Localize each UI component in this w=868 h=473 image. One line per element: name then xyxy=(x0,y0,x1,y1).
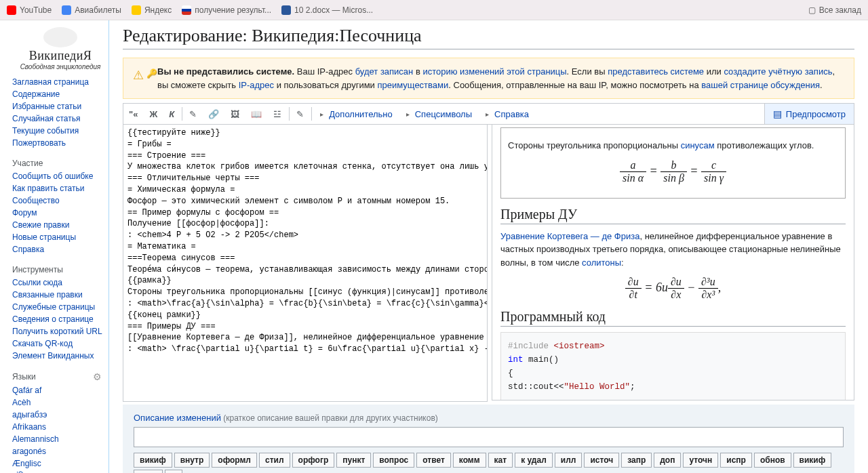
heading-de: Примеры ДУ xyxy=(500,207,846,224)
signature-button[interactable]: ✎ xyxy=(184,104,203,124)
summary-tag-button[interactable]: пункт xyxy=(336,453,371,468)
all-bookmarks[interactable]: ▢Все заклад xyxy=(808,5,861,15)
nav-qr[interactable]: Скачать QR-код xyxy=(12,339,73,348)
nav-related[interactable]: Связанные правки xyxy=(12,290,83,300)
link-button[interactable]: 🔗 xyxy=(203,104,225,124)
link-login[interactable]: представитесь системе xyxy=(608,66,704,77)
nav-special[interactable]: Служебные страницы xyxy=(12,302,95,312)
heading-code: Программный код xyxy=(500,309,846,327)
summary-tag-button[interactable]: запр xyxy=(621,453,652,468)
editor-toolbar: "« Ж К ✎ 🔗 🖼 📖 ☳ ✎ Дополнительно Спецсим… xyxy=(123,103,854,125)
nav-community[interactable]: Сообщество xyxy=(12,196,60,205)
bookmark-yandex[interactable]: Яндекс xyxy=(132,5,172,15)
summary-tag-button[interactable]: ответ xyxy=(416,453,451,468)
nav-recent[interactable]: Свежие правки xyxy=(12,220,69,230)
summary-tag-button[interactable]: илл xyxy=(555,453,583,468)
lang-item[interactable]: aragonés xyxy=(12,447,46,456)
summary-tag-button[interactable]: вопрос xyxy=(373,453,414,468)
link-solitons[interactable]: солитоны xyxy=(582,258,621,268)
nav-tools-heading: Инструменты xyxy=(12,261,108,276)
edit-button[interactable]: ✎ xyxy=(291,104,310,124)
preview-button[interactable]: Предпросмотр xyxy=(764,104,854,124)
summary-tag-button[interactable]: итог xyxy=(134,470,163,473)
nav-shorturl[interactable]: Получить короткий URL xyxy=(12,327,102,336)
sine-formula: asin α = bsin β = csin γ xyxy=(508,159,838,184)
lang-item[interactable]: Ænglisc xyxy=(12,459,41,468)
nav-current[interactable]: Текущие события xyxy=(12,126,79,136)
link-history[interactable]: историю изменений этой страницы xyxy=(422,66,566,77)
summary-tag-button[interactable]: викиф xyxy=(793,453,832,468)
bold-button[interactable]: Ж xyxy=(144,104,163,124)
nav-wikidata[interactable]: Элемент Викиданных xyxy=(12,351,94,361)
lang-item[interactable]: Qafár af xyxy=(12,386,41,395)
summary-tag-button[interactable]: доп xyxy=(654,453,681,468)
nav-featured[interactable]: Избранные статьи xyxy=(12,102,81,111)
summary-tag-button[interactable]: обнов xyxy=(754,453,791,468)
bookmarks-bar: YouTube Авиабилеты Яндекс получение резу… xyxy=(0,0,868,20)
nav-whatlinks[interactable]: Ссылки сюда xyxy=(12,278,62,287)
summary-tag-button[interactable]: к удал xyxy=(515,453,553,468)
image-button[interactable]: 🖼 xyxy=(225,104,245,124)
help-dropdown[interactable]: Справка xyxy=(479,109,536,119)
bookmark-docx[interactable]: 10 2.docx — Micros... xyxy=(281,5,373,15)
advanced-dropdown[interactable]: Дополнительно xyxy=(313,109,399,119)
summary-tag-button[interactable]: уточн xyxy=(683,453,718,468)
link-signup[interactable]: создадите учётную запись xyxy=(724,66,832,77)
lang-item[interactable]: адыгабзэ xyxy=(12,410,47,419)
summary-tag-button[interactable]: стил xyxy=(259,453,290,468)
link-sinus[interactable]: синусам xyxy=(681,140,715,150)
summary-tags: викифвнутроформлстилорфогрпунктвопросотв… xyxy=(134,453,844,473)
summary-label-link[interactable]: Описание изменений xyxy=(134,413,221,423)
summary-input[interactable] xyxy=(134,427,844,447)
link-recorded[interactable]: будет записан xyxy=(355,66,414,77)
reference-button[interactable]: 📖 xyxy=(245,104,268,124)
yandex-icon xyxy=(132,5,141,15)
nav-forum[interactable]: Форум xyxy=(12,208,37,218)
summary-tag-button[interactable]: источ xyxy=(584,453,619,468)
nav-newpages[interactable]: Новые страницы xyxy=(12,232,76,242)
word-icon xyxy=(281,5,291,15)
italic-button[interactable]: К xyxy=(163,104,180,124)
collapse-button[interactable]: "« xyxy=(123,104,144,124)
nav-contents[interactable]: Содержание xyxy=(12,89,60,99)
nav-main: Заглавная страница Содержание Избранные … xyxy=(12,76,108,149)
link-ip[interactable]: IP-адрес xyxy=(239,80,274,90)
gear-icon[interactable]: ⚙ xyxy=(93,371,102,382)
nav-help[interactable]: Справка xyxy=(12,245,44,254)
code-block: #include <iostream> int main() { std::co… xyxy=(500,332,846,400)
bookmark-youtube[interactable]: YouTube xyxy=(7,5,52,15)
lang-item[interactable]: Alemannisch xyxy=(12,434,59,444)
nav-main-page[interactable]: Заглавная страница xyxy=(12,77,89,87)
specialchars-dropdown[interactable]: Спецсимволы xyxy=(399,109,479,119)
summary-tag-button[interactable]: внутр xyxy=(174,453,210,468)
bookmark-result[interactable]: получение результ... xyxy=(182,5,271,15)
nav-howto[interactable]: Как править статьи xyxy=(12,184,84,193)
folder-icon: ▢ xyxy=(808,5,816,15)
summary-tag-button[interactable]: кат xyxy=(488,453,513,468)
globe-icon xyxy=(43,27,77,47)
key-icon: 🔑 xyxy=(146,67,157,81)
bookmark-aviabilety[interactable]: Авиабилеты xyxy=(62,5,121,15)
nav-report[interactable]: Сообщить об ошибке xyxy=(12,171,93,181)
summary-tag-button[interactable]: испр xyxy=(720,453,752,468)
plane-icon xyxy=(62,5,71,15)
nav-pageinfo[interactable]: Сведения о странице xyxy=(12,314,94,324)
summary-tag-button[interactable]: оформл xyxy=(212,453,257,468)
wikitext-textarea[interactable] xyxy=(123,125,487,399)
wikipedia-logo[interactable]: ВикипедиЯ Свободная энциклопедия xyxy=(12,27,108,70)
link-kdv[interactable]: Уравнение Кортевега — де Фриза xyxy=(500,231,639,241)
template-button[interactable]: ☳ xyxy=(268,104,288,124)
summary-tag-button[interactable]: орфогр xyxy=(292,453,335,468)
link-talkpage[interactable]: вашей странице обсуждения xyxy=(701,80,820,90)
kdv-formula: ∂u∂t = 6u∂u∂x − ∂³u∂x³, xyxy=(500,276,846,301)
summary-tag-button[interactable]: викиф xyxy=(134,453,172,468)
summary-tag-button[interactable]: ? xyxy=(165,470,182,473)
nav-lang-heading: Языки⚙ xyxy=(12,367,108,384)
summary-tag-button[interactable]: комм xyxy=(453,453,486,468)
nav-random[interactable]: Случайная статья xyxy=(12,114,80,123)
nav-donate[interactable]: Пожертвовать xyxy=(12,138,66,148)
lang-item[interactable]: Afrikaans xyxy=(12,422,46,432)
summary-hint: (краткое описание вашей правки для други… xyxy=(221,413,438,423)
link-benefits[interactable]: преимуществами xyxy=(377,80,448,90)
lang-item[interactable]: Acèh xyxy=(12,398,31,407)
